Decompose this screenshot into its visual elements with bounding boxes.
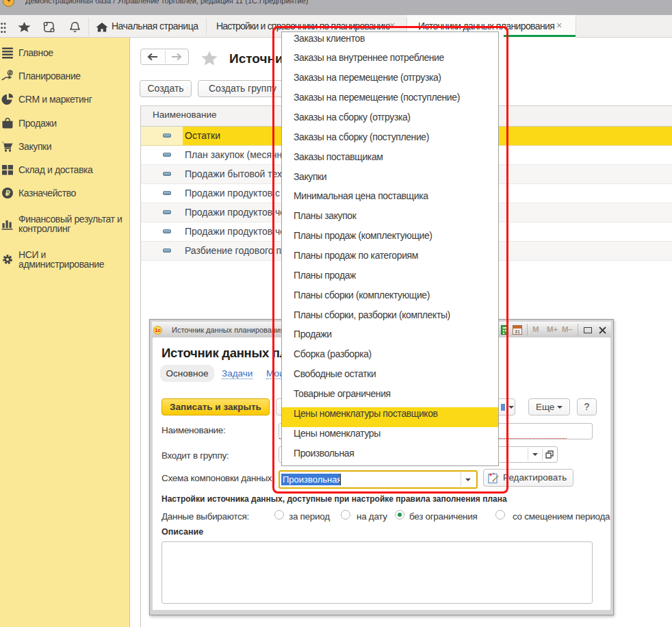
svg-text:₽: ₽ bbox=[5, 189, 10, 197]
